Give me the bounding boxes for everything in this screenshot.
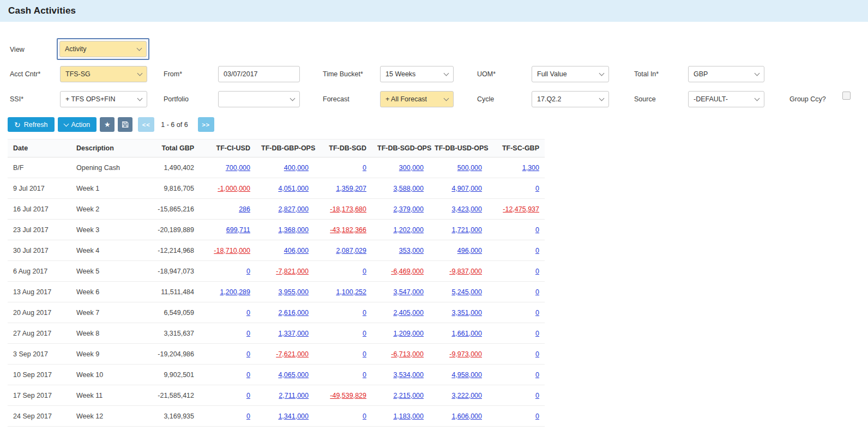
cell-amount-link[interactable]: -12,475,937: [503, 205, 539, 213]
cell-amount-link[interactable]: 0: [363, 330, 366, 337]
cell-amount-link[interactable]: 2,405,000: [393, 309, 424, 317]
uom-dropdown[interactable]: Full Value: [532, 66, 609, 82]
cell-description: Week 4: [71, 240, 142, 261]
cell-amount-link[interactable]: 353,000: [399, 247, 424, 254]
cell-amount-link[interactable]: 2,711,000: [279, 392, 309, 399]
cell-amount-link[interactable]: 2,379,000: [393, 205, 424, 213]
total-in-dropdown[interactable]: GBP: [688, 66, 764, 82]
cell-amount-link[interactable]: 1,202,000: [393, 226, 424, 234]
cell-amount-link[interactable]: 0: [363, 412, 366, 420]
cell-amount-link[interactable]: 5,245,000: [451, 288, 482, 296]
cell-amount-link[interactable]: 500,000: [457, 164, 482, 172]
cell-amount-link[interactable]: 0: [363, 371, 366, 379]
cell-amount-link[interactable]: 1,606,000: [451, 412, 482, 420]
cell-amount-link[interactable]: 3,222,000: [451, 392, 482, 399]
forecast-dropdown[interactable]: + All Forecast: [380, 91, 454, 107]
cell-amount-link[interactable]: 4,065,000: [278, 371, 309, 379]
cell-amount-link[interactable]: 406,000: [284, 247, 309, 254]
cell-amount-link[interactable]: 1,300: [522, 164, 539, 172]
save-button[interactable]: [118, 117, 132, 132]
cell-amount-link[interactable]: 1,721,000: [451, 226, 482, 234]
cell-amount-link[interactable]: 0: [246, 412, 250, 420]
refresh-button[interactable]: ↻ Refresh: [8, 117, 55, 132]
cell-amount-link[interactable]: -6,469,000: [391, 268, 424, 275]
ssi-dropdown[interactable]: + TFS OPS+FIN: [60, 91, 147, 107]
cell-amount-link[interactable]: 1,200,289: [220, 288, 250, 296]
cell-amount-link[interactable]: 3,588,000: [393, 185, 424, 192]
cell-amount-link[interactable]: 0: [246, 330, 250, 337]
cell-amount-link[interactable]: 1,183,000: [393, 412, 424, 420]
cell-amount-link[interactable]: 0: [535, 309, 539, 317]
cell-amount-link[interactable]: -9,973,000: [449, 350, 482, 358]
cell-amount-link[interactable]: 0: [535, 268, 539, 275]
cell-amount-link[interactable]: 0: [363, 268, 366, 275]
acct-cntr-dropdown[interactable]: TFS-SG: [60, 66, 147, 82]
cell-amount-link[interactable]: 0: [535, 392, 539, 399]
cell-amount-link[interactable]: 0: [535, 247, 539, 254]
cell-amount-link[interactable]: 1,341,000: [278, 412, 309, 420]
cell-amount-link[interactable]: 3,534,000: [393, 371, 424, 379]
cell-amount-link[interactable]: 300,000: [399, 164, 424, 172]
cell-amount-link[interactable]: 0: [363, 309, 366, 317]
next-page-button[interactable]: >>: [198, 117, 214, 132]
cell-amount-link[interactable]: 700,000: [226, 164, 250, 172]
cell-amount-link[interactable]: -6,713,000: [391, 350, 424, 358]
source-dropdown[interactable]: -DEFAULT-: [688, 91, 764, 107]
cell-amount-link[interactable]: 0: [535, 226, 539, 234]
cell-amount-link[interactable]: 0: [246, 309, 250, 317]
cell-amount-link[interactable]: 3,423,000: [451, 205, 482, 213]
cell-amount-link[interactable]: 0: [535, 288, 539, 296]
cell-amount-link[interactable]: 1,359,207: [336, 185, 366, 192]
cell-amount-link[interactable]: 0: [535, 330, 539, 337]
action-button[interactable]: Action: [58, 117, 97, 132]
cell-amount-link[interactable]: 286: [239, 205, 250, 213]
cell-amount-link[interactable]: -43,182,366: [330, 226, 366, 234]
cycle-value: 17.Q2.2: [537, 95, 561, 103]
cell-amount-link[interactable]: 496,000: [457, 247, 482, 254]
cell-amount-link[interactable]: 3,955,000: [278, 288, 309, 296]
cell-amount-link[interactable]: 2,087,029: [336, 247, 366, 254]
cell-date: 30 Jul 2017: [8, 240, 71, 261]
cycle-dropdown[interactable]: 17.Q2.2: [532, 91, 609, 107]
cell-amount-link[interactable]: 0: [246, 371, 250, 379]
prev-page-button[interactable]: <<: [138, 117, 154, 132]
cell-amount-link[interactable]: 4,051,000: [278, 185, 309, 192]
cell-amount-link[interactable]: 3,351,000: [451, 309, 482, 317]
cell-amount-link[interactable]: 3,547,000: [393, 288, 424, 296]
group-ccy-checkbox[interactable]: [842, 92, 851, 100]
cell-amount-link[interactable]: 1,209,000: [393, 330, 424, 337]
cell-amount-link[interactable]: 4,958,000: [451, 371, 482, 379]
favorite-button[interactable]: ★: [100, 117, 114, 132]
cell-amount-link[interactable]: 699,711: [226, 226, 250, 234]
cell-amount: 5,245,000: [429, 282, 487, 302]
cell-amount-link[interactable]: 1,337,000: [278, 330, 309, 337]
cell-amount-link[interactable]: -18,173,680: [330, 205, 366, 213]
cell-amount-link[interactable]: 0: [246, 392, 250, 399]
cell-amount-link[interactable]: 0: [246, 350, 250, 358]
cell-amount-link[interactable]: 2,827,000: [278, 205, 309, 213]
cell-amount-link[interactable]: -1,000,000: [218, 185, 250, 192]
cell-amount-link[interactable]: 400,000: [284, 164, 309, 172]
cell-amount-link[interactable]: 0: [535, 350, 539, 358]
view-dropdown[interactable]: Activity: [59, 41, 147, 57]
cell-amount-link[interactable]: -49,539,829: [330, 392, 366, 399]
from-date-input[interactable]: [218, 66, 300, 82]
cell-amount-link[interactable]: 0: [535, 185, 539, 192]
cell-amount-link[interactable]: 0: [246, 268, 250, 275]
cell-amount-link[interactable]: -9,837,000: [449, 268, 482, 275]
cell-amount-link[interactable]: 0: [535, 371, 539, 379]
cell-amount-link[interactable]: 4,907,000: [451, 185, 482, 192]
cell-amount-link[interactable]: 1,100,252: [336, 288, 366, 296]
cell-amount-link[interactable]: 0: [363, 164, 366, 172]
portfolio-dropdown[interactable]: [218, 91, 300, 107]
cell-amount-link[interactable]: 0: [363, 350, 366, 358]
cell-amount-link[interactable]: 2,215,000: [393, 392, 424, 399]
cell-amount-link[interactable]: 1,661,000: [451, 330, 482, 337]
cell-amount-link[interactable]: -7,821,000: [276, 268, 309, 275]
cell-amount-link[interactable]: 2,616,000: [278, 309, 309, 317]
cell-amount-link[interactable]: -7,621,000: [276, 350, 309, 358]
cell-amount-link[interactable]: -18,710,000: [214, 247, 250, 254]
time-bucket-dropdown[interactable]: 15 Weeks: [380, 66, 454, 82]
cell-amount-link[interactable]: 1,368,000: [278, 226, 309, 234]
cell-amount-link[interactable]: 0: [535, 412, 539, 420]
